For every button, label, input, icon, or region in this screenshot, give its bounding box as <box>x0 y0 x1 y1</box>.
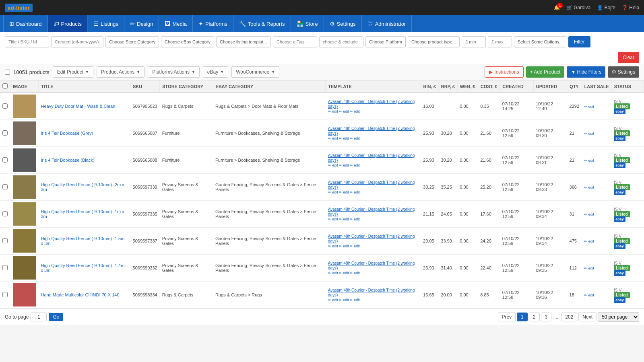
edit-last-sale-link[interactable]: ✏ edit <box>584 185 594 189</box>
per-page-select[interactable]: 50 per page 25 per page 100 per page <box>598 312 639 322</box>
edit-extra-link[interactable]: ✏ edit <box>350 217 360 221</box>
edit-link[interactable]: ✏ edit <box>328 271 338 275</box>
row-checkbox[interactable] <box>2 238 8 243</box>
template-link[interactable]: Avasam 48h Courier - Despatch Time (2 wo… <box>328 207 415 216</box>
nav-tools[interactable]: 🔧 Tools & Reports <box>233 15 291 32</box>
store-category-filter[interactable]: Choose Store Category <box>105 36 159 47</box>
row-checkbox[interactable] <box>2 157 8 162</box>
edit-cost-link[interactable]: ✏ edit <box>339 244 349 248</box>
edit-last-sale-link[interactable]: ✏ edit <box>584 132 594 136</box>
product-title-link[interactable]: High Quality Reed Fence ( 9-10mm) -1m x … <box>41 209 124 219</box>
woocommerce-button[interactable]: WooCommerce ▼ <box>231 66 279 78</box>
logo[interactable]: ad-lister <box>5 4 33 12</box>
edit-link[interactable]: ✏ edit <box>328 109 338 113</box>
edit-last-sale-link[interactable]: ✏ edit <box>584 293 594 297</box>
template-link[interactable]: Avasam 48h Courier - Despatch Time (2 wo… <box>328 99 415 109</box>
clear-button[interactable]: Clear <box>618 52 639 63</box>
template-link[interactable]: Avasam 48h Courier - Despatch Time (2 wo… <box>328 126 415 136</box>
product-actions-button[interactable]: Product Actions ▼ <box>97 66 144 78</box>
template-link[interactable]: Avasam 48h Courier - Despatch Time (2 wo… <box>328 288 415 297</box>
product-title-link[interactable]: Iris 4 Teir Bookcase (Grey) <box>41 131 93 136</box>
nav-media[interactable]: 🖼 Media <box>159 15 192 32</box>
next-page-button[interactable]: Next <box>578 313 597 321</box>
go-button[interactable]: Go <box>49 313 63 321</box>
page-202-button[interactable]: 202 <box>561 313 577 321</box>
platform-filter[interactable]: Choose Platform <box>365 36 406 47</box>
page-1-button[interactable]: 1 <box>517 313 528 321</box>
edit-product-button[interactable]: Edit Product ▼ <box>53 66 93 78</box>
title-sku-filter[interactable] <box>5 36 49 47</box>
edit-cost-link[interactable]: ✏ edit <box>339 298 349 302</box>
edit-last-sale-link[interactable]: ✏ edit <box>584 266 594 270</box>
created-date-filter[interactable] <box>51 36 103 47</box>
edit-cost-link[interactable]: ✏ edit <box>339 271 349 275</box>
edit-link[interactable]: ✏ edit <box>328 298 338 302</box>
nav-store[interactable]: 🏪 Store <box>291 15 324 32</box>
edit-last-sale-link[interactable]: ✏ edit <box>584 212 594 216</box>
select-all-checkbox[interactable] <box>5 70 10 75</box>
nav-listings[interactable]: ☰ Listings <box>88 15 124 32</box>
edit-cost-link[interactable]: ✏ edit <box>339 109 349 113</box>
table-settings-button[interactable]: ⚙ Settings <box>608 66 639 78</box>
template-link[interactable]: Avasam 48h Courier - Despatch Time (2 wo… <box>328 234 415 243</box>
prev-page-button[interactable]: Prev <box>498 313 516 321</box>
nav-design[interactable]: ✏ Design <box>124 15 159 32</box>
header-checkbox[interactable] <box>2 83 8 88</box>
template-link[interactable]: Avasam 48h Courier - Despatch Time (2 wo… <box>328 153 415 162</box>
edit-cost-link[interactable]: ✏ edit <box>339 136 349 140</box>
ebay-button[interactable]: eBay ▼ <box>203 66 228 78</box>
edit-link[interactable]: ✏ edit <box>328 190 338 194</box>
user-link[interactable]: 👤 Bojte <box>597 5 615 10</box>
min-price-filter[interactable] <box>462 36 486 47</box>
page-number-input[interactable] <box>31 313 47 321</box>
exclude-tag-filter[interactable] <box>319 36 363 47</box>
edit-extra-link[interactable]: ✏ edit <box>350 136 360 140</box>
edit-cost-link[interactable]: ✏ edit <box>339 163 349 167</box>
edit-extra-link[interactable]: ✏ edit <box>350 163 360 167</box>
edit-extra-link[interactable]: ✏ edit <box>350 244 360 248</box>
nav-platforms[interactable]: ✦ Platforms <box>193 15 233 32</box>
max-price-filter[interactable] <box>488 36 512 47</box>
product-title-link[interactable]: High Quality Reed Fence ( 9-10mm) -1.5m … <box>41 236 125 246</box>
tag-filter[interactable] <box>273 36 317 47</box>
row-checkbox[interactable] <box>2 130 8 136</box>
edit-extra-link[interactable]: ✏ edit <box>350 190 360 194</box>
edit-link[interactable]: ✏ edit <box>328 136 338 140</box>
hide-filters-button[interactable]: ▼ Hide Filters <box>567 66 605 78</box>
nav-administrator[interactable]: 🛡 Administrator <box>362 15 412 32</box>
edit-cost-link[interactable]: ✏ edit <box>339 190 349 194</box>
row-checkbox[interactable] <box>2 103 8 109</box>
edit-last-sale-link[interactable]: ✏ edit <box>584 105 594 109</box>
nav-settings[interactable]: ⚙ Settings <box>324 15 362 32</box>
edit-extra-link[interactable]: ✏ edit <box>350 298 360 302</box>
product-title-link[interactable]: High Quality Reed Fence ( 9-10mm) -1.4m … <box>41 263 125 273</box>
edit-link[interactable]: ✏ edit <box>328 244 338 248</box>
product-title-link[interactable]: High Quality Reed Fence ( 9-10mm) -2m x … <box>41 182 124 192</box>
page-2-button[interactable]: 2 <box>529 313 540 321</box>
filter-button[interactable]: Filter <box>568 36 590 47</box>
row-checkbox[interactable] <box>2 211 8 216</box>
row-checkbox[interactable] <box>2 184 8 189</box>
row-checkbox[interactable] <box>2 265 8 270</box>
row-checkbox[interactable] <box>2 292 8 297</box>
help-link[interactable]: ❓ Help <box>622 5 639 10</box>
edit-extra-link[interactable]: ✏ edit <box>350 271 360 275</box>
ebay-category-filter[interactable]: Choose eBay Category <box>161 36 214 47</box>
notifications-bell[interactable]: 🔔 1 <box>554 5 560 10</box>
platforms-actions-button[interactable]: Platforms Actions ▼ <box>148 66 200 78</box>
product-title-link[interactable]: Heavy Duty Door Mat - Wash & Clean <box>41 104 116 109</box>
page-3-button[interactable]: 3 <box>541 313 552 321</box>
template-link[interactable]: Avasam 48h Courier - Despatch Time (2 wo… <box>328 261 415 270</box>
options-filter[interactable]: Select Some Options <box>514 36 566 47</box>
add-product-button[interactable]: + Add Product <box>526 66 565 78</box>
template-link[interactable]: Avasam 48h Courier - Despatch Time (2 wo… <box>328 180 415 189</box>
nav-dashboard[interactable]: ⊞ Dashboard <box>3 15 48 32</box>
listing-template-filter[interactable]: Choose listing templat... <box>216 36 271 47</box>
edit-last-sale-link[interactable]: ✏ edit <box>584 239 594 243</box>
product-type-filter[interactable]: Choose product type... <box>408 36 460 47</box>
edit-last-sale-link[interactable]: ✏ edit <box>584 158 594 162</box>
cart-link[interactable]: 🛒 Gardiva <box>566 5 590 10</box>
edit-link[interactable]: ✏ edit <box>328 163 338 167</box>
edit-link[interactable]: ✏ edit <box>328 217 338 221</box>
edit-extra-link[interactable]: ✏ edit <box>350 109 360 113</box>
